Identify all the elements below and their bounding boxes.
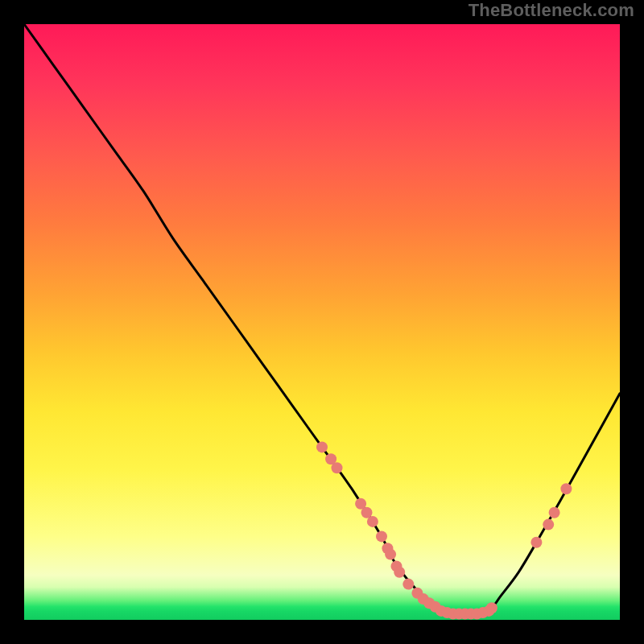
marker-point [385,549,396,560]
chart-frame: TheBottleneck.com [0,0,644,644]
marker-point [394,567,405,578]
marker-point [543,519,554,530]
marker-point [560,483,572,494]
marker-point [402,579,414,590]
marker-point [549,507,560,518]
marker-point [367,516,378,527]
marker-point [530,537,542,548]
marker-point [486,602,497,613]
marker-point [332,462,343,473]
watermark-text: TheBottleneck.com [469,0,634,21]
highlighted-points [316,441,572,619]
plot-gradient-background [24,24,620,620]
marker-point [316,441,328,452]
marker-point [376,530,387,542]
curve-layer [24,24,620,620]
bottleneck-curve [24,24,620,614]
